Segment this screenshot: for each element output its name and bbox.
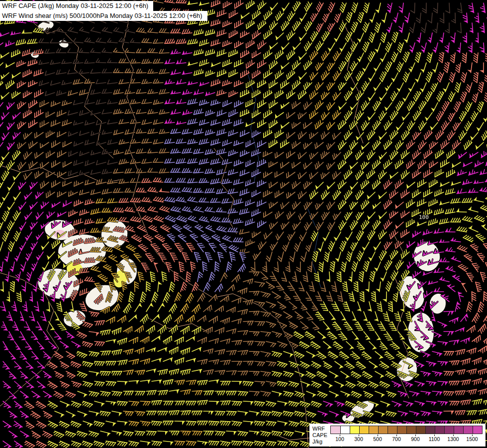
weather-map-canvas: [0, 0, 487, 448]
legend-swatch: [425, 426, 435, 434]
legend-colorbar-wrap: 100300500700900110013001500: [330, 426, 483, 443]
legend-swatch: [406, 426, 416, 434]
legend-swatch: [397, 426, 406, 434]
weather-map-page: WRF CAPE (J/kg) Monday 03-11-2025 12:00 …: [0, 0, 487, 448]
legend-tick-label: 1300: [444, 436, 462, 442]
legend-swatch: [444, 426, 454, 434]
legend-tick-label: 1100: [425, 436, 443, 442]
legend-swatch: [340, 426, 350, 434]
legend-swatch: [416, 426, 425, 434]
legend-tick-label: 300: [350, 436, 368, 442]
legend-swatch: [435, 426, 444, 434]
legend-swatch: [454, 426, 463, 434]
legend-tick-label: 700: [388, 436, 405, 442]
legend-tick-label: 1500: [463, 436, 481, 442]
legend-swatch: [473, 426, 482, 434]
legend-swatch: [350, 426, 359, 434]
legend-tick-row: 100300500700900110013001500: [330, 434, 482, 443]
legend-tick-label: 100: [331, 436, 349, 442]
legend-swatch: [378, 426, 388, 434]
legend-swatch: [331, 426, 340, 434]
legend-swatch: [463, 426, 473, 434]
legend-tick-label: 500: [369, 436, 387, 442]
legend-title-line3: J/kg: [312, 439, 327, 445]
legend-title-line1: WRF: [312, 426, 327, 432]
cape-legend: WRF CAPE J/kg 10030050070090011001300150…: [309, 424, 486, 447]
title-bar-cape: WRF CAPE (J/kg) Monday 03-11-2025 12:00 …: [0, 1, 153, 11]
legend-swatch: [359, 426, 369, 434]
legend-swatch: [369, 426, 378, 434]
legend-title-line2: CAPE: [312, 432, 327, 439]
title-bar-wind-shear: WRF Wind shear (m/s) 500/1000hPa Monday …: [0, 11, 207, 21]
legend-title: WRF CAPE J/kg: [312, 426, 327, 445]
legend-swatch: [388, 426, 397, 434]
legend-colorbar: [330, 426, 483, 434]
legend-tick-label: 900: [406, 436, 424, 442]
